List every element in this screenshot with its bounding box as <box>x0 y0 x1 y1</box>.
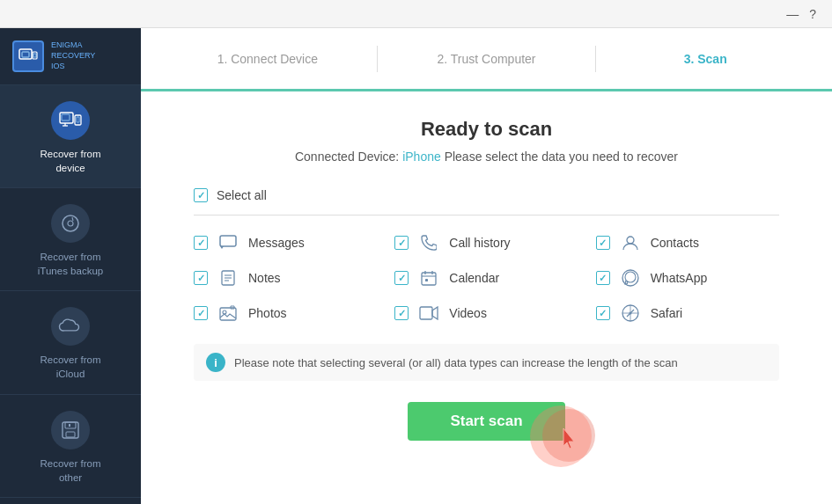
contacts-label: Contacts <box>651 236 699 250</box>
notes-label: Notes <box>248 271 281 285</box>
svg-line-12 <box>72 217 73 221</box>
subtitle-after: Please select the data you need to recov… <box>441 150 678 164</box>
data-type-videos: Videos <box>394 302 578 325</box>
svg-rect-5 <box>62 114 70 121</box>
help-button[interactable]: ? <box>804 5 821 23</box>
checkbox-safari[interactable] <box>596 306 610 320</box>
cursor-indicator <box>560 427 581 455</box>
subtitle: Connected Device: iPhone Please select t… <box>194 150 779 164</box>
notes-icon <box>217 267 239 289</box>
logo-title: ENIGMARECOVERY <box>51 40 95 61</box>
svg-rect-1 <box>22 52 29 57</box>
step-connect: 1. Connect Device <box>158 52 377 66</box>
sidebar-item-recover-device-label: Recover fromdevice <box>40 147 100 175</box>
videos-icon <box>417 302 440 325</box>
sidebar-item-recover-other[interactable]: Recover fromother <box>0 395 141 498</box>
logo-text: ENIGMARECOVERY IOS <box>51 40 95 71</box>
svg-rect-7 <box>77 117 79 122</box>
messages-label: Messages <box>248 236 305 250</box>
data-type-messages: Messages <box>194 231 377 254</box>
page-title: Ready to scan <box>194 118 779 141</box>
checkbox-notes[interactable] <box>194 271 208 285</box>
checkbox-contacts[interactable] <box>596 236 610 250</box>
svg-rect-29 <box>220 308 236 320</box>
svg-rect-27 <box>425 279 428 281</box>
main-layout: ENIGMARECOVERY IOS Recover fromdevice <box>0 28 832 504</box>
messages-icon <box>217 231 239 254</box>
logo-icon <box>12 40 44 72</box>
svg-rect-17 <box>220 236 236 246</box>
device-icon <box>51 101 90 140</box>
svg-point-10 <box>63 215 78 231</box>
data-type-whatsapp: WhatsApp <box>596 267 779 289</box>
sidebar-item-recover-icloud[interactable]: Recover fromiCloud <box>0 291 141 394</box>
info-note: i Please note that selecting several (or… <box>194 344 779 381</box>
svg-rect-6 <box>75 115 81 125</box>
sidebar-item-recover-device[interactable]: Recover fromdevice <box>0 85 141 188</box>
calendar-icon <box>417 267 440 289</box>
svg-rect-31 <box>420 307 432 319</box>
whatsapp-label: WhatsApp <box>651 271 708 285</box>
minimize-button[interactable]: — <box>781 5 804 23</box>
contacts-icon <box>619 231 642 254</box>
info-note-text: Please note that selecting several (or a… <box>234 356 678 369</box>
select-all-checkbox[interactable] <box>194 188 208 202</box>
safari-icon <box>619 302 642 325</box>
select-all-label: Select all <box>217 188 267 202</box>
sidebar-item-recover-itunes[interactable]: Recover fromiTunes backup <box>0 188 141 291</box>
sidebar-item-recover-other-label: Recover fromother <box>40 457 100 485</box>
data-type-call-history: Call history <box>394 231 578 254</box>
calendar-label: Calendar <box>449 271 499 285</box>
step-trust: 2. Trust Computer <box>378 52 596 66</box>
top-bar: — ? <box>0 0 832 28</box>
svg-rect-15 <box>66 432 75 437</box>
data-type-safari: Safari <box>596 302 779 325</box>
subtitle-before: Connected Device: <box>295 150 402 164</box>
save-icon <box>51 411 90 449</box>
svg-point-18 <box>627 237 634 244</box>
start-scan-button[interactable]: Start scan <box>408 402 564 441</box>
checkbox-messages[interactable] <box>194 236 208 250</box>
sidebar-item-recover-icloud-label: Recover fromiCloud <box>40 353 100 381</box>
device-link[interactable]: iPhone <box>402 150 441 164</box>
photos-label: Photos <box>248 306 287 320</box>
logo-subtitle: IOS <box>51 62 95 72</box>
svg-point-35 <box>629 312 631 315</box>
data-type-calendar: Calendar <box>394 267 578 289</box>
checkbox-whatsapp[interactable] <box>596 271 610 285</box>
btn-row: Start scan <box>194 402 779 441</box>
step-scan: 3. Scan <box>596 52 814 66</box>
checkbox-call-history[interactable] <box>394 236 409 250</box>
data-types-grid: Messages Call history Contacts <box>194 231 779 325</box>
photos-icon <box>217 302 239 325</box>
select-all-row: Select all <box>194 188 779 215</box>
data-type-photos: Photos <box>194 302 377 325</box>
videos-label: Videos <box>449 306 487 320</box>
call-history-label: Call history <box>449 236 510 250</box>
sidebar-logo: ENIGMARECOVERY IOS <box>0 28 141 85</box>
checkbox-videos[interactable] <box>394 306 409 320</box>
safari-label: Safari <box>651 306 683 320</box>
data-type-contacts: Contacts <box>596 231 779 254</box>
info-icon: i <box>206 353 225 372</box>
call-history-icon <box>417 231 440 254</box>
btn-highlight: Start scan <box>408 402 564 441</box>
svg-rect-16 <box>69 424 70 427</box>
main-content: Ready to scan Connected Device: iPhone P… <box>141 91 832 504</box>
checkbox-calendar[interactable] <box>394 271 409 285</box>
cloud-icon <box>51 307 90 346</box>
svg-rect-3 <box>33 54 36 57</box>
svg-rect-23 <box>422 273 436 285</box>
whatsapp-icon <box>619 267 642 289</box>
svg-point-11 <box>68 221 73 226</box>
sidebar: ENIGMARECOVERY IOS Recover fromdevice <box>0 28 141 504</box>
data-type-notes: Notes <box>194 267 377 289</box>
sidebar-item-recover-itunes-label: Recover fromiTunes backup <box>38 250 103 278</box>
content-area: 1. Connect Device 2. Trust Computer 3. S… <box>141 28 832 504</box>
steps-bar: 1. Connect Device 2. Trust Computer 3. S… <box>141 28 832 91</box>
checkbox-photos[interactable] <box>194 306 208 320</box>
music-icon <box>51 204 90 243</box>
